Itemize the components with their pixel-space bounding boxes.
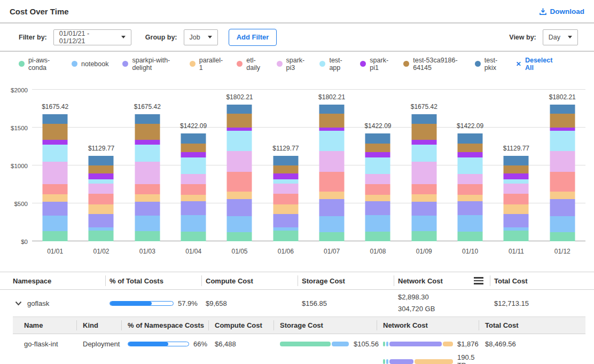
bar-segment bbox=[443, 342, 453, 346]
bar-segment-test-app bbox=[411, 145, 436, 162]
col-header-compute-cost[interactable]: Compute Cost bbox=[201, 272, 298, 289]
bar-segment-pi-aws-conda bbox=[365, 232, 390, 241]
y-axis-tick-label: $500 bbox=[4, 201, 28, 207]
bar-segment-test-53ca9186-64145 bbox=[365, 144, 390, 152]
bar-01/03[interactable]: $1675.42 bbox=[124, 90, 170, 241]
group-by-value: Job bbox=[190, 34, 200, 41]
bar-01/12[interactable]: $1802.21 bbox=[540, 90, 585, 241]
col-header-total-cost[interactable]: Total Cost bbox=[479, 317, 585, 334]
col-header-name[interactable]: Name bbox=[13, 317, 76, 334]
bar-stack bbox=[227, 105, 252, 241]
bar-segment-pi-aws-conda bbox=[411, 231, 436, 241]
y-axis-tick-label: $2000 bbox=[4, 87, 28, 93]
legend-item-etl-daily[interactable]: etl-daily bbox=[237, 57, 262, 72]
bar-segment-parallel-1 bbox=[411, 194, 436, 202]
legend-item-label: notebook bbox=[81, 60, 108, 68]
bar-segment-parallel-1 bbox=[458, 195, 483, 202]
bar-segment-etl-daily bbox=[89, 194, 114, 204]
bar-01/01[interactable]: $1675.42 bbox=[32, 90, 78, 241]
bar-segment-test-app bbox=[458, 157, 483, 173]
view-by-select[interactable]: Day bbox=[543, 29, 578, 45]
col-header-network-cost[interactable]: Network Cost bbox=[394, 272, 490, 289]
bar-segment-test-53ca9186-64145 bbox=[504, 165, 529, 173]
bar-segment-sparkpi-with-delight bbox=[319, 199, 345, 216]
legend-item-pi-aws-conda[interactable]: pi-aws-conda bbox=[19, 57, 58, 72]
add-filter-button[interactable]: Add Filter bbox=[229, 29, 277, 46]
bar-segment-spark-pi3 bbox=[458, 174, 483, 185]
legend-item-sparkpi-with-delight[interactable]: sparkpi-with-delight bbox=[122, 57, 175, 72]
bar-segment-test-app bbox=[550, 131, 575, 151]
bar-segment-test-app bbox=[227, 131, 252, 151]
col-header-compute-cost[interactable]: Compute Cost bbox=[208, 317, 273, 334]
bar-01/04[interactable]: $1422.09 bbox=[170, 90, 216, 241]
bar-segment bbox=[389, 359, 413, 364]
download-button[interactable]: Download bbox=[539, 7, 585, 15]
bar-segment-etl-daily bbox=[43, 184, 68, 194]
legend-item-spark-pi3[interactable]: spark-pi3 bbox=[277, 57, 306, 72]
legend-item-spark-pi1[interactable]: spark-pi1 bbox=[360, 57, 389, 72]
page-title: Cost Over Time bbox=[10, 7, 69, 16]
bar-segment-test-pkix bbox=[504, 156, 529, 166]
col-header-total-cost[interactable]: Total Cost bbox=[490, 272, 585, 289]
bar-01/11[interactable]: $1129.77 bbox=[493, 90, 539, 241]
bar-segment-pi-aws-conda bbox=[458, 232, 483, 241]
group-by-select[interactable]: Job bbox=[184, 29, 218, 45]
legend-item-test-53ca9186-64145[interactable]: test-53ca9186-64145 bbox=[403, 57, 461, 72]
bar-01/10[interactable]: $1422.09 bbox=[447, 90, 493, 241]
namespace-name: goflask bbox=[27, 299, 49, 307]
download-label: Download bbox=[550, 7, 585, 15]
x-axis-tick-label: 01/05 bbox=[216, 248, 262, 255]
bar-01/05[interactable]: $1802.21 bbox=[216, 90, 262, 241]
bar-01/08[interactable]: $1422.09 bbox=[355, 90, 401, 241]
hamburger-menu-icon[interactable] bbox=[474, 277, 483, 284]
bar-01/07[interactable]: $1802.21 bbox=[309, 90, 355, 241]
network-usage-line: 190.5 TB bbox=[383, 353, 479, 364]
col-header-storage-cost[interactable]: Storage Cost bbox=[298, 272, 394, 289]
plot-area: $0$500$1000$1500$2000$1675.42$1129.77$16… bbox=[32, 90, 585, 241]
col-header-pct-namespace-costs[interactable]: % of Namespace Costs bbox=[121, 317, 208, 334]
x-axis-tick-label: 01/09 bbox=[401, 248, 447, 255]
pct-progress-fill bbox=[128, 342, 168, 346]
bar-segment-test-app bbox=[273, 179, 298, 184]
bar-segment-spark-pi3 bbox=[89, 184, 114, 194]
col-header-network-cost[interactable]: Network Cost bbox=[377, 317, 479, 334]
bar-01/06[interactable]: $1129.77 bbox=[263, 90, 309, 241]
bar-segment-parallel-1 bbox=[319, 192, 345, 199]
bar-01/09[interactable]: $1675.42 bbox=[401, 90, 447, 241]
namespace-expand-toggle[interactable]: goflask bbox=[9, 299, 105, 307]
bar-segment-pi-aws-conda bbox=[181, 232, 206, 241]
legend-item-label: sparkpi-with-delight bbox=[132, 57, 175, 72]
bar-segment-notebook bbox=[365, 215, 390, 232]
bar-segment-test-pkix bbox=[458, 133, 483, 144]
legend: pi-aws-condanotebooksparkpi-with-delight… bbox=[0, 52, 594, 76]
legend-dot-icon bbox=[19, 61, 25, 67]
legend-dot-icon bbox=[122, 61, 128, 67]
legend-dot-icon bbox=[475, 61, 481, 67]
bar-segment-sparkpi-with-delight bbox=[227, 199, 252, 216]
bar-segment-test-53ca9186-64145 bbox=[181, 144, 206, 152]
bar-segment-pi-aws-conda bbox=[89, 231, 114, 241]
y-axis-tick-label: $0 bbox=[4, 239, 28, 245]
view-by-label: View by: bbox=[509, 34, 536, 41]
network-cost-cell: $1,876 190.5 TB bbox=[377, 340, 479, 364]
legend-item-test-app[interactable]: test-app bbox=[319, 57, 346, 72]
legend-item-parallel-1[interactable]: parallel-1 bbox=[190, 57, 223, 72]
bar-segment-etl-daily bbox=[273, 194, 298, 204]
legend-item-test-pkix[interactable]: test-pkix bbox=[475, 57, 502, 72]
y-axis-tick-label: $1000 bbox=[4, 163, 28, 169]
col-header-namespace[interactable]: Namespace bbox=[9, 272, 105, 289]
bar-segment-pi-aws-conda bbox=[550, 232, 575, 241]
bar-segment-test-pkix bbox=[411, 114, 436, 124]
legend-item-notebook[interactable]: notebook bbox=[72, 60, 108, 68]
bar-01/02[interactable]: $1129.77 bbox=[78, 90, 124, 241]
x-axis-tick-label: 01/04 bbox=[170, 248, 216, 255]
legend-dot-icon bbox=[360, 61, 366, 67]
date-range-select[interactable]: 01/01/21 - 01/12/21 bbox=[53, 29, 131, 45]
col-header-pct-total-costs[interactable]: % of Total Costs bbox=[105, 272, 201, 289]
deselect-all-button[interactable]: ✕ Deselect All bbox=[516, 57, 553, 72]
pct-namespace-costs-cell: 66% bbox=[121, 340, 208, 348]
col-header-storage-cost[interactable]: Storage Cost bbox=[273, 317, 377, 334]
col-header-kind[interactable]: Kind bbox=[76, 317, 121, 334]
legend-dot-icon bbox=[403, 61, 409, 67]
workload-row-go-flask-int: go-flask-int Deployment 66% $6,488 $105.… bbox=[13, 334, 585, 364]
